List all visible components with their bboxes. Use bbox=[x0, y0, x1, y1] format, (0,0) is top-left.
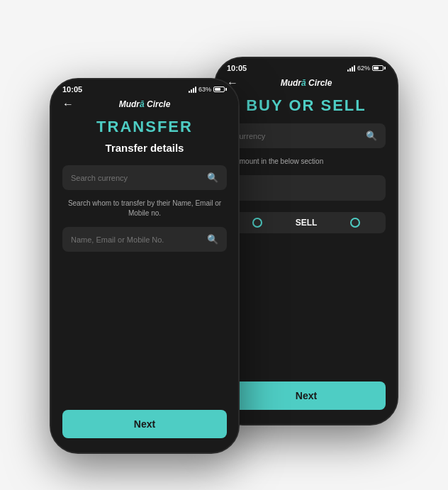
search-icon-front: 🔍 bbox=[207, 172, 218, 183]
name-search-icon: 🔍 bbox=[207, 234, 218, 245]
buy-sell-toggle[interactable]: SELL bbox=[227, 212, 386, 233]
battery-pct-back: 62% bbox=[357, 65, 370, 72]
battery-front bbox=[213, 87, 227, 92]
next-button-back[interactable]: Next bbox=[227, 382, 386, 410]
nav-header-front: ← Mudrā Circle bbox=[51, 96, 238, 115]
phone-front-screen: 10:05 63% ← Mudrā Circle bbox=[51, 79, 238, 452]
back-button-front[interactable]: ← bbox=[62, 98, 74, 111]
status-icons-front: 63% bbox=[189, 86, 227, 93]
page-title-back: BUY OR SELL bbox=[215, 94, 397, 121]
amount-input-back[interactable]: 0 bbox=[227, 175, 386, 201]
next-button-front[interactable]: Next bbox=[62, 410, 227, 438]
battery-pct-front: 63% bbox=[198, 86, 211, 93]
battery-back bbox=[372, 65, 386, 71]
app-title-back: Mudrā Circle bbox=[281, 78, 332, 88]
buy-option[interactable] bbox=[252, 218, 262, 228]
time-front: 10:05 bbox=[62, 85, 82, 94]
app-title-front: Mudrā Circle bbox=[119, 99, 171, 109]
sell-label: SELL bbox=[296, 218, 318, 228]
scene: 10:05 62% ← Mudrā Circle bbox=[0, 0, 448, 490]
status-bar-front: 10:05 63% bbox=[51, 79, 238, 96]
buy-radio[interactable] bbox=[252, 218, 262, 228]
currency-search-back[interactable]: 🔍 bbox=[227, 123, 386, 148]
page-title-front: TRANSFER bbox=[51, 115, 238, 142]
section-title-front: Transfer details bbox=[51, 142, 238, 165]
status-bar-back: 10:05 62% bbox=[215, 58, 397, 75]
time-back: 10:05 bbox=[227, 64, 247, 72]
phone-front: 10:05 63% ← Mudrā Circle bbox=[50, 78, 240, 454]
nav-header-back: ← Mudrā Circle bbox=[215, 75, 397, 94]
amount-instruction-back: er Amount in the below section bbox=[215, 157, 397, 175]
currency-search-input-front[interactable] bbox=[71, 174, 207, 182]
currency-search-input-back[interactable] bbox=[235, 132, 366, 140]
status-icons-back: 62% bbox=[347, 65, 386, 72]
signal-icon-back bbox=[347, 65, 355, 72]
phone-back: 10:05 62% ← Mudrā Circle bbox=[214, 57, 398, 425]
sell-radio[interactable] bbox=[350, 218, 360, 228]
name-input-container-front[interactable]: 🔍 bbox=[62, 227, 227, 252]
name-email-mobile-input[interactable] bbox=[71, 235, 207, 244]
sell-option[interactable] bbox=[350, 218, 360, 228]
phone-back-screen: 10:05 62% ← Mudrā Circle bbox=[215, 58, 397, 424]
search-icon-back: 🔍 bbox=[366, 130, 377, 141]
instruction-text-front: Search whom to transfer by their Name, E… bbox=[51, 199, 238, 227]
currency-search-front[interactable]: 🔍 bbox=[62, 165, 227, 190]
signal-icon-front bbox=[189, 86, 196, 93]
